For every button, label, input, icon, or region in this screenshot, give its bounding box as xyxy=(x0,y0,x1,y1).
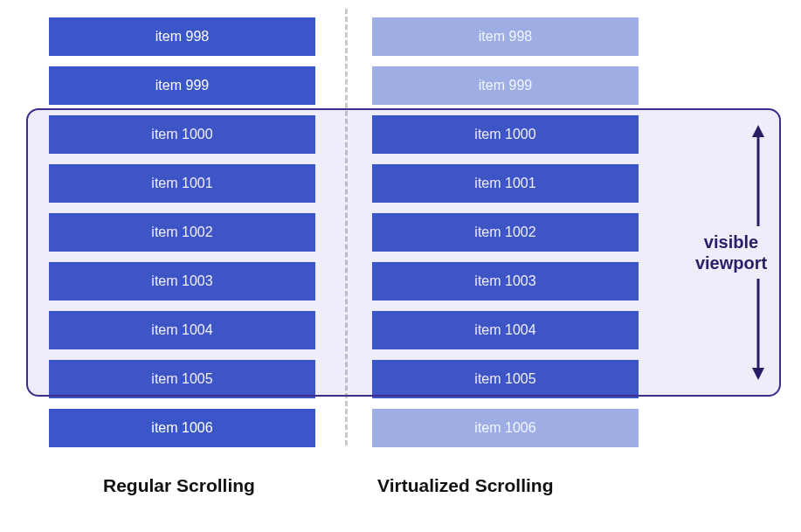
viewport-label-line1: visible xyxy=(683,231,779,252)
list-item: item 1001 xyxy=(49,164,315,203)
list-item: item 1006 xyxy=(49,409,315,447)
list-item: item 1003 xyxy=(372,262,639,301)
list-item: item 1000 xyxy=(372,115,639,154)
list-item: item 1006 xyxy=(372,409,639,447)
list-item: item 999 xyxy=(372,66,639,105)
list-item: item 1002 xyxy=(49,213,315,252)
virtualized-scrolling-column: item 998 item 999 item 1000 item 1001 it… xyxy=(372,17,639,447)
viewport-label-text: visible viewport xyxy=(683,231,779,273)
list-item: item 1004 xyxy=(49,311,315,349)
list-item: item 1003 xyxy=(49,262,315,301)
regular-scrolling-column: item 998 item 999 item 1000 item 1001 it… xyxy=(49,17,315,447)
diagram-container: item 998 item 999 item 1000 item 1001 it… xyxy=(0,0,801,532)
column-divider xyxy=(345,9,348,446)
list-item: item 1005 xyxy=(49,360,315,398)
list-item: item 999 xyxy=(49,66,315,105)
list-item: item 1005 xyxy=(372,360,639,398)
svg-marker-3 xyxy=(752,368,764,380)
svg-marker-1 xyxy=(752,125,764,137)
list-item: item 1002 xyxy=(372,213,639,252)
list-item: item 1001 xyxy=(372,164,639,203)
list-item: item 1004 xyxy=(372,311,639,349)
viewport-label-line2: viewport xyxy=(683,252,779,273)
list-item: item 998 xyxy=(49,17,315,56)
list-item: item 998 xyxy=(372,17,639,56)
virtualized-scrolling-label: Virtualized Scrolling xyxy=(377,475,554,496)
list-item: item 1000 xyxy=(49,115,315,154)
regular-scrolling-label: Regular Scrolling xyxy=(103,475,255,496)
